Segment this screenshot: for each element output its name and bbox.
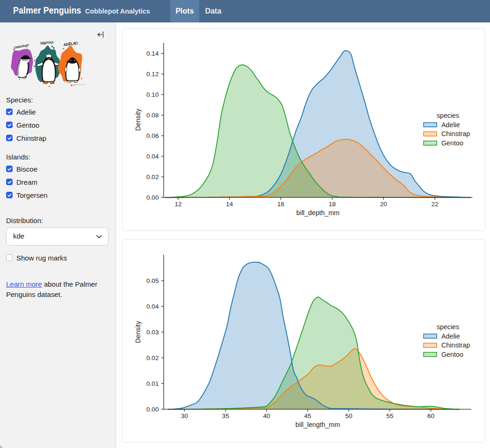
svg-text:0.08: 0.08 <box>146 112 159 119</box>
svg-text:species: species <box>437 112 459 119</box>
svg-text:40: 40 <box>263 412 271 419</box>
svg-text:Chinstrap: Chinstrap <box>441 341 470 349</box>
svg-text:0.00: 0.00 <box>146 194 159 201</box>
svg-text:0.02: 0.02 <box>146 354 159 361</box>
svg-text:Adelie: Adelie <box>441 332 460 340</box>
svg-text:45: 45 <box>304 412 311 419</box>
svg-text:50: 50 <box>345 412 353 419</box>
svg-text:0.04: 0.04 <box>146 303 159 310</box>
svg-text:Density: Density <box>134 320 142 343</box>
svg-text:12: 12 <box>174 201 181 208</box>
svg-text:60: 60 <box>427 412 435 419</box>
svg-text:0.12: 0.12 <box>146 71 159 78</box>
svg-text:species: species <box>437 323 459 331</box>
svg-text:0.14: 0.14 <box>146 50 159 57</box>
svg-text:0.00: 0.00 <box>146 406 159 413</box>
svg-text:0.02: 0.02 <box>146 173 159 181</box>
svg-text:Density: Density <box>134 108 142 130</box>
svg-text:0.03: 0.03 <box>146 329 159 336</box>
svg-text:14: 14 <box>226 201 233 208</box>
svg-text:bill_depth_mm: bill_depth_mm <box>296 209 339 217</box>
svg-text:bill_length_mm: bill_length_mm <box>295 421 340 428</box>
svg-text:Chinstrap: Chinstrap <box>441 130 470 137</box>
svg-text:0.05: 0.05 <box>146 277 159 284</box>
svg-text:0.04: 0.04 <box>146 153 159 160</box>
svg-text:18: 18 <box>329 201 336 208</box>
svg-text:Gentoo: Gentoo <box>441 139 463 147</box>
svg-text:Adelie: Adelie <box>441 121 460 129</box>
svg-text:Gentoo: Gentoo <box>441 351 463 358</box>
svg-text:30: 30 <box>181 412 188 419</box>
svg-text:20: 20 <box>380 201 388 208</box>
svg-text:0.10: 0.10 <box>146 91 159 98</box>
svg-text:0.06: 0.06 <box>146 132 159 139</box>
svg-text:0.01: 0.01 <box>146 380 159 387</box>
svg-text:22: 22 <box>432 201 439 208</box>
svg-text:55: 55 <box>386 412 393 419</box>
svg-text:35: 35 <box>222 412 229 419</box>
svg-text:16: 16 <box>277 201 284 208</box>
